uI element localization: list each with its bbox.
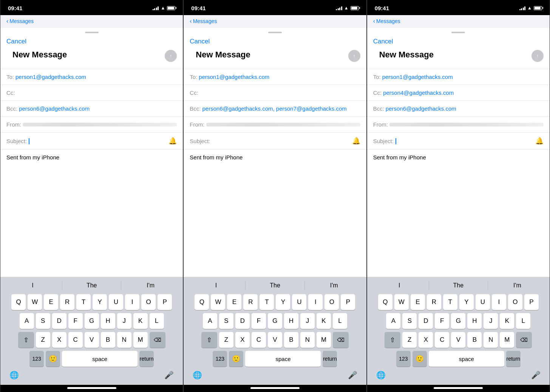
key-r-1[interactable]: R xyxy=(60,294,74,310)
key-c-2[interactable]: C xyxy=(252,332,266,348)
key-a-1[interactable]: A xyxy=(20,313,34,329)
body-area-3[interactable]: Sent from my iPhone xyxy=(367,149,550,277)
to-field-3[interactable]: To: person1@gadgethacks.com xyxy=(367,69,550,85)
key-emoji-1[interactable]: 🙂 xyxy=(46,351,60,367)
suggestion-i-1[interactable]: I xyxy=(3,281,62,290)
globe-icon-2[interactable]: 🌐 xyxy=(193,370,202,380)
key-return-1[interactable]: return xyxy=(139,351,154,367)
key-x-3[interactable]: X xyxy=(419,332,433,348)
cancel-button-2[interactable]: Cancel xyxy=(190,38,210,45)
bcc-field-1[interactable]: Bcc: person6@gadgethacks.com xyxy=(0,100,183,116)
body-area-2[interactable]: Sent from my iPhone xyxy=(184,149,366,277)
key-x-1[interactable]: X xyxy=(52,332,66,348)
key-e-3[interactable]: E xyxy=(411,294,425,310)
to-field-2[interactable]: To: person1@gadgethacks.com xyxy=(184,69,366,85)
key-s-3[interactable]: S xyxy=(402,313,417,329)
cc-field-3[interactable]: Cc: person4@gadgethacks.com xyxy=(367,85,550,100)
body-area-1[interactable]: Sent from my iPhone xyxy=(0,149,183,277)
suggestion-the-1[interactable]: The xyxy=(62,281,121,290)
key-r-3[interactable]: R xyxy=(427,294,441,310)
key-y-1[interactable]: Y xyxy=(93,294,107,310)
globe-icon-1[interactable]: 🌐 xyxy=(9,370,19,380)
mic-icon-1[interactable]: 🎤 xyxy=(164,370,174,380)
key-q-1[interactable]: Q xyxy=(11,294,26,310)
key-h-2[interactable]: H xyxy=(284,313,298,329)
key-l-2[interactable]: L xyxy=(333,313,347,329)
to-field-1[interactable]: To: person1@gadgethacks.com xyxy=(0,69,183,85)
key-m-1[interactable]: M xyxy=(133,332,148,348)
key-shift-1[interactable]: ⇧ xyxy=(18,332,34,348)
key-d-2[interactable]: D xyxy=(235,313,250,329)
key-p-1[interactable]: P xyxy=(158,294,172,310)
key-t-1[interactable]: T xyxy=(76,294,91,310)
key-j-3[interactable]: J xyxy=(484,313,498,329)
bell-icon-1[interactable]: 🔔 xyxy=(168,137,177,145)
key-b-1[interactable]: B xyxy=(101,332,115,348)
key-z-3[interactable]: Z xyxy=(402,332,417,348)
key-n-1[interactable]: N xyxy=(117,332,131,348)
key-k-2[interactable]: K xyxy=(317,313,331,329)
back-button-3[interactable]: ‹ Messages xyxy=(373,18,400,25)
bell-icon-2[interactable]: 🔔 xyxy=(352,137,360,145)
key-n-3[interactable]: N xyxy=(484,332,498,348)
key-delete-3[interactable]: ⌫ xyxy=(516,332,532,348)
key-v-1[interactable]: V xyxy=(85,332,99,348)
back-button-2[interactable]: ‹ Messages xyxy=(190,18,217,25)
key-delete-2[interactable]: ⌫ xyxy=(333,332,349,348)
back-button-1[interactable]: ‹ Messages xyxy=(6,18,34,25)
key-u-2[interactable]: U xyxy=(292,294,306,310)
key-s-1[interactable]: S xyxy=(36,313,50,329)
key-space-3[interactable]: space xyxy=(429,351,504,367)
key-p-3[interactable]: P xyxy=(524,294,539,310)
key-r-2[interactable]: R xyxy=(243,294,258,310)
subject-field-2[interactable]: Subject: 🔔 xyxy=(184,132,366,149)
cancel-button-1[interactable]: Cancel xyxy=(6,38,26,45)
key-h-3[interactable]: H xyxy=(467,313,482,329)
key-c-1[interactable]: C xyxy=(68,332,83,348)
suggestion-im-2[interactable]: I'm xyxy=(305,281,363,290)
key-o-1[interactable]: O xyxy=(141,294,156,310)
key-i-2[interactable]: I xyxy=(308,294,323,310)
key-t-3[interactable]: T xyxy=(443,294,457,310)
bell-icon-3[interactable]: 🔔 xyxy=(535,137,544,145)
key-v-3[interactable]: V xyxy=(451,332,465,348)
key-g-1[interactable]: G xyxy=(85,313,99,329)
key-shift-2[interactable]: ⇧ xyxy=(201,332,217,348)
key-f-3[interactable]: F xyxy=(435,313,449,329)
key-h-1[interactable]: H xyxy=(101,313,115,329)
key-c-3[interactable]: C xyxy=(435,332,449,348)
key-f-1[interactable]: F xyxy=(68,313,83,329)
suggestion-im-1[interactable]: I'm xyxy=(121,281,180,290)
key-e-1[interactable]: E xyxy=(44,294,58,310)
send-button-3[interactable]: ↑ xyxy=(531,50,544,62)
suggestion-i-2[interactable]: I xyxy=(187,281,246,290)
key-shift-3[interactable]: ⇧ xyxy=(385,332,400,348)
key-u-3[interactable]: U xyxy=(476,294,490,310)
key-x-2[interactable]: X xyxy=(235,332,250,348)
key-u-1[interactable]: U xyxy=(109,294,123,310)
key-o-2[interactable]: O xyxy=(324,294,339,310)
key-z-1[interactable]: Z xyxy=(36,332,50,348)
key-q-2[interactable]: Q xyxy=(195,294,209,310)
key-m-2[interactable]: M xyxy=(317,332,331,348)
subject-field-1[interactable]: Subject: 🔔 xyxy=(0,132,183,149)
key-j-1[interactable]: J xyxy=(117,313,131,329)
key-p-2[interactable]: P xyxy=(341,294,355,310)
from-field-2[interactable]: From: xyxy=(184,116,366,132)
mic-icon-3[interactable]: 🎤 xyxy=(531,370,541,380)
key-n-2[interactable]: N xyxy=(300,332,315,348)
key-i-3[interactable]: I xyxy=(492,294,506,310)
key-emoji-3[interactable]: 🙂 xyxy=(412,351,427,367)
key-d-1[interactable]: D xyxy=(52,313,66,329)
from-field-1[interactable]: From: xyxy=(0,116,183,132)
key-w-2[interactable]: W xyxy=(211,294,225,310)
key-b-3[interactable]: B xyxy=(467,332,482,348)
key-w-3[interactable]: W xyxy=(394,294,409,310)
from-field-3[interactable]: From: xyxy=(367,116,550,132)
cancel-button-3[interactable]: Cancel xyxy=(373,38,393,45)
key-return-3[interactable]: return xyxy=(506,351,521,367)
key-delete-1[interactable]: ⌫ xyxy=(150,332,165,348)
key-return-2[interactable]: return xyxy=(323,351,337,367)
key-space-1[interactable]: space xyxy=(62,351,138,367)
suggestion-the-3[interactable]: The xyxy=(429,281,488,290)
